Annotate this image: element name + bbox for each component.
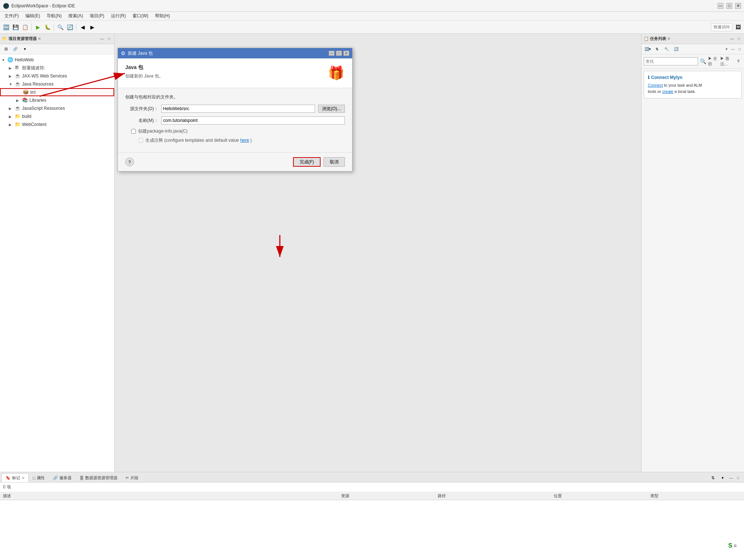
toolbar-ref-btn[interactable]: 🔄: [65, 23, 74, 32]
task-collapse-btn[interactable]: ▾: [723, 46, 729, 52]
toolbar-search-btn[interactable]: 🔍: [56, 23, 65, 32]
task-panel-toolbar: 🆕▾ ⇅ 🔧 🔄 ▾ — □: [642, 44, 744, 54]
task-filter-active[interactable]: ▶ 激活...: [720, 56, 733, 67]
task-panel-minimize-btn[interactable]: —: [729, 36, 735, 42]
dialog-title: 新建 Java 包: [128, 50, 153, 57]
helloweb-icon: 🌐: [7, 57, 13, 63]
tree-libraries[interactable]: ▶ 📚 Libraries: [0, 96, 114, 104]
new-task-btn[interactable]: 🆕▾: [643, 45, 652, 54]
dialog-close-btn[interactable]: ✕: [343, 51, 349, 56]
collapse-all-btn[interactable]: ⊟: [1, 45, 10, 54]
bottom-panel-minimize-btn[interactable]: —: [728, 475, 734, 481]
tree-java-resources[interactable]: ▼ ☕ Java Resources: [0, 80, 114, 88]
toolbar-save-btn[interactable]: 💾: [11, 23, 20, 32]
task-search-input[interactable]: [644, 57, 698, 65]
toolbar-save-all-btn[interactable]: 📋: [21, 23, 29, 32]
col-path[interactable]: 路径: [435, 492, 551, 500]
toolbar-run-btn[interactable]: ▶: [33, 23, 42, 32]
name-label: 名称(M)：: [125, 118, 158, 124]
menu-project[interactable]: 项目(P): [87, 12, 107, 20]
menu-help[interactable]: 帮助(H): [152, 12, 173, 20]
dialog-form: 创建与包相对应的文件夹。 源文件夹(D)： 浏览(O)... 名称(M)： 创建…: [118, 88, 352, 152]
panel-maximize-btn[interactable]: □: [106, 36, 112, 42]
col-description[interactable]: 描述: [0, 492, 338, 500]
menu-search[interactable]: 搜索(A): [65, 12, 86, 20]
menu-navigate[interactable]: 导航(N): [44, 12, 65, 20]
bottom-panel-sort-btn[interactable]: ⇅: [708, 473, 717, 482]
markers-icon: 🔖: [6, 476, 11, 480]
js-resources-icon: ☕: [15, 105, 21, 111]
col-location[interactable]: 位置: [551, 492, 647, 500]
toolbar-debug-btn[interactable]: 🐛: [43, 23, 52, 32]
checkbox1[interactable]: [131, 129, 136, 134]
task-search-btn[interactable]: 🔍: [700, 57, 707, 66]
toolbar-next-btn[interactable]: ▶: [88, 23, 97, 32]
project-explorer-close-icon[interactable]: ✕: [38, 37, 41, 41]
bottom-right-icons: S ≡: [728, 542, 737, 549]
task-max-btn[interactable]: □: [737, 46, 743, 52]
browse-btn[interactable]: 浏览(O)...: [318, 105, 345, 113]
toolbar-prev-btn[interactable]: ◀: [78, 23, 87, 32]
tab-markers[interactable]: 🔖 标记 ✕: [1, 473, 29, 482]
menu-edit[interactable]: 编辑(E): [22, 12, 43, 20]
connect-mylyn-panel: ℹ Connect Mylyn Connect to your task and…: [644, 71, 742, 98]
menu-window[interactable]: 窗口(W): [130, 12, 151, 20]
menu-run[interactable]: 运行(R): [108, 12, 129, 20]
finish-btn[interactable]: 完成(F): [293, 157, 321, 167]
create-link[interactable]: create: [662, 89, 673, 94]
tree-src[interactable]: 📦 src: [0, 88, 114, 96]
task-list-close-icon[interactable]: ✕: [667, 37, 670, 41]
tree-helloweb[interactable]: ▼ 🌐 HelloWeb: [0, 56, 114, 64]
window-controls[interactable]: — □ ✕: [718, 3, 741, 9]
bottom-content: 0 项 描述 资源 路径 位置 类型: [0, 483, 744, 560]
col-type[interactable]: 类型: [647, 492, 744, 500]
cancel-btn[interactable]: 取消: [324, 157, 345, 167]
tab-properties[interactable]: □ 属性: [29, 473, 49, 482]
task-restore-btn[interactable]: —: [730, 46, 736, 52]
quick-access-label[interactable]: 快速访问: [711, 23, 732, 31]
task-sort-btn[interactable]: ⇅: [653, 45, 661, 54]
connect-link[interactable]: Connect: [648, 83, 663, 87]
tree-js-resources[interactable]: ▶ ☕ JavaScript Resources: [0, 104, 114, 112]
tree-deploy-desc[interactable]: ▶ 🖹 部署描述符:: [0, 64, 114, 72]
link-editor-btn[interactable]: 🔗: [11, 45, 20, 54]
tree-options-btn[interactable]: ▾: [21, 45, 29, 54]
maximize-btn[interactable]: □: [726, 3, 732, 9]
webcontent-icon: 📁: [15, 122, 21, 127]
col-resource[interactable]: 资源: [338, 492, 435, 500]
name-input[interactable]: [161, 116, 345, 124]
tree-arrow: ▼: [9, 82, 15, 86]
menu-file[interactable]: 文件(F): [1, 12, 22, 20]
checkbox2[interactable]: [138, 138, 143, 143]
toolbar-new-btn[interactable]: 🆕: [1, 23, 10, 32]
java-resources-icon: ☕: [15, 81, 21, 87]
tree-jaxws[interactable]: ▶ ☕ JAX-WS Web Services: [0, 72, 114, 80]
tree-build[interactable]: ▶ 📁 build: [0, 112, 114, 120]
task-refresh-btn[interactable]: 🔄: [672, 45, 680, 54]
help-btn[interactable]: ?: [125, 158, 134, 166]
tree-webcontent[interactable]: ▶ 📁 WebContent: [0, 120, 114, 129]
tab-datasource[interactable]: 🗄 数据源资源管理器: [76, 473, 122, 482]
toolbar-perspective-btn[interactable]: 🖼: [734, 23, 743, 32]
task-panel-maximize-btn[interactable]: □: [736, 36, 742, 42]
dialog-maximize-btn[interactable]: □: [336, 51, 342, 56]
tab-servers[interactable]: 🔗 服务器: [49, 473, 76, 482]
project-explorer-toolbar: ⊟ 🔗 ▾: [0, 44, 114, 54]
panel-minimize-btn[interactable]: —: [99, 36, 105, 42]
minimize-btn[interactable]: —: [718, 3, 723, 9]
source-folder-input[interactable]: [161, 105, 315, 113]
new-java-package-dialog[interactable]: ⚙ 新建 Java 包 — □ ✕ Java 包 创建新的 Java 包。 🎁 …: [118, 48, 353, 171]
task-filter-btn[interactable]: 🔧: [662, 45, 671, 54]
here-link[interactable]: here: [240, 138, 249, 143]
dialog-header-subtitle: 创建新的 Java 包。: [125, 73, 163, 79]
close-btn[interactable]: ✕: [735, 3, 741, 9]
tab-markers-close[interactable]: ✕: [22, 476, 25, 480]
dialog-minimize-btn[interactable]: —: [329, 51, 335, 56]
bottom-panel-options-btn[interactable]: ▾: [718, 473, 727, 482]
task-filter-all[interactable]: ▶ 全部: [708, 56, 719, 67]
bottom-panel-maximize-btn[interactable]: □: [735, 475, 741, 481]
app-icon: 🌑: [3, 3, 9, 9]
bottom-count-label: 0 项: [0, 483, 744, 492]
task-help-btn[interactable]: ?: [735, 57, 742, 66]
tab-snippets[interactable]: ✂ 片段: [122, 473, 142, 482]
